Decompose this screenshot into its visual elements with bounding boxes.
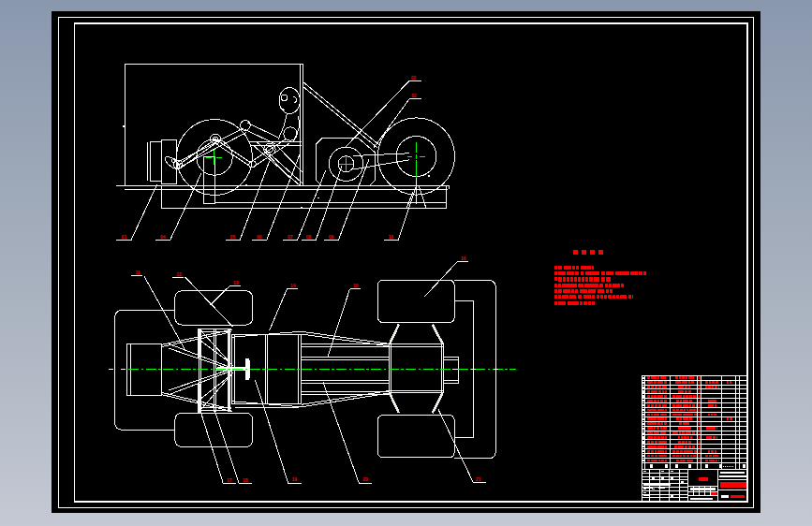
svg-text:07: 07 [288,234,293,240]
svg-text:09: 09 [329,234,334,240]
svg-text:18: 18 [243,477,248,483]
svg-text:14: 14 [290,283,296,288]
svg-text:03: 03 [411,76,417,80]
svg-text:11: 11 [135,270,140,275]
svg-text:21: 21 [476,476,481,482]
svg-text:04: 04 [160,234,166,240]
svg-text:12: 12 [176,271,182,277]
svg-text:01: 01 [121,234,126,240]
svg-text:05: 05 [230,234,236,240]
svg-text:16: 16 [461,256,466,261]
svg-text:17: 17 [227,477,232,483]
svg-text:20: 20 [362,476,368,482]
svg-text:13: 13 [233,280,239,285]
svg-text:10: 10 [389,234,394,240]
svg-text:15: 15 [353,283,359,288]
svg-text:02: 02 [412,94,418,98]
svg-text:19: 19 [292,476,298,482]
svg-text:08: 08 [306,234,312,240]
svg-text:06: 06 [257,234,262,240]
